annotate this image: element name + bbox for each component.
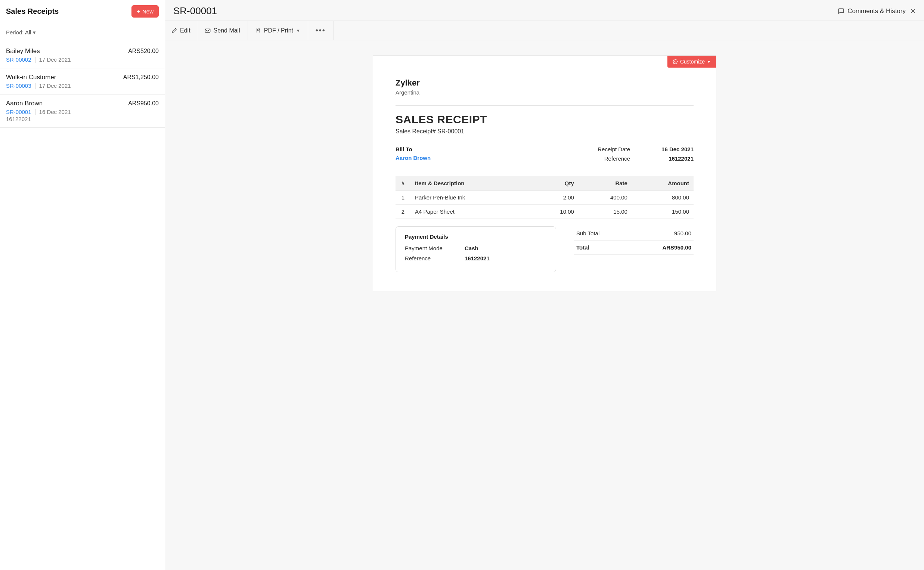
cell-qty: 10.00	[531, 205, 578, 219]
bill-to-block: Bill To Aaron Brown	[396, 146, 431, 165]
receipt-number-link[interactable]: SR-00001	[6, 109, 31, 115]
receipt-date: 17 Dec 2021	[39, 83, 71, 89]
send-mail-label: Send Mail	[214, 27, 240, 34]
separator	[35, 83, 35, 89]
document-scroll-area[interactable]: Customize ▼ Zylker Argentina SALES RECEI…	[165, 40, 924, 570]
more-actions-button[interactable]: •••	[308, 21, 333, 40]
edit-button[interactable]: Edit	[164, 20, 198, 41]
more-horizontal-icon: •••	[315, 26, 326, 35]
period-value: All	[25, 29, 31, 35]
customize-label: Customize	[680, 59, 705, 64]
separator	[35, 109, 35, 115]
comments-history-link[interactable]: Comments & History	[838, 8, 906, 15]
list-item[interactable]: Bailey Miles ARS520.00 SR-00002 17 Dec 2…	[0, 42, 165, 68]
receipts-list-panel: Sales Receipts + New Period: All ▾ Baile…	[0, 0, 165, 570]
receipt-reference: 16122021	[6, 116, 159, 122]
separator	[35, 57, 35, 63]
col-rate: Rate	[578, 176, 632, 190]
close-button[interactable]: ✕	[910, 7, 916, 15]
company-name: Zylker	[396, 78, 693, 88]
pdf-print-button[interactable]: PDF / Print ▼	[248, 21, 308, 40]
pencil-icon	[171, 28, 177, 33]
receipt-document: Customize ▼ Zylker Argentina SALES RECEI…	[373, 55, 716, 291]
document-heading: SALES RECEIPT	[396, 113, 693, 126]
line-items-table: # Item & Description Qty Rate Amount 1 P…	[396, 176, 693, 219]
customer-name: Aaron Brown	[6, 100, 43, 107]
detail-header: SR-00001 Comments & History ✕	[165, 0, 924, 20]
table-header-row: # Item & Description Qty Rate Amount	[396, 176, 693, 190]
receipt-number-link[interactable]: SR-00002	[6, 57, 31, 63]
amount: ARS1,250.00	[123, 74, 159, 81]
company-country: Argentina	[396, 89, 693, 96]
list-header: Sales Receipts + New	[0, 0, 165, 23]
customer-name: Bailey Miles	[6, 48, 40, 55]
subtotal-row: Sub Total 950.00	[574, 226, 693, 241]
app-root: Sales Receipts + New Period: All ▾ Baile…	[0, 0, 924, 570]
new-button[interactable]: + New	[132, 5, 159, 18]
receipt-date: 17 Dec 2021	[39, 57, 71, 63]
period-filter[interactable]: Period: All ▾	[0, 23, 165, 42]
cell-desc: A4 Paper Sheet	[410, 205, 531, 219]
payment-details-box: Payment Details Payment Mode Cash Refere…	[396, 226, 556, 272]
total-label: Total	[576, 244, 589, 251]
amount: ARS520.00	[128, 48, 159, 55]
receipt-date-label: Receipt Date	[598, 146, 630, 152]
col-amount: Amount	[632, 176, 693, 190]
pdf-print-label: PDF / Print	[264, 27, 293, 34]
receipt-number-link[interactable]: SR-00003	[6, 83, 31, 89]
col-desc: Item & Description	[410, 176, 531, 190]
payment-ref-value: 16122021	[465, 255, 490, 262]
cell-num: 2	[396, 205, 410, 219]
payment-mode-value: Cash	[465, 245, 479, 251]
receipts-list: Bailey Miles ARS520.00 SR-00002 17 Dec 2…	[0, 42, 165, 128]
detail-title: SR-00001	[173, 5, 217, 17]
send-mail-button[interactable]: Send Mail	[197, 21, 248, 40]
period-label: Period:	[6, 29, 24, 35]
payment-ref-label: Reference	[405, 255, 465, 262]
subtotal-label: Sub Total	[576, 230, 600, 236]
receipt-date: 16 Dec 2021	[39, 109, 71, 115]
payment-details-title: Payment Details	[405, 233, 547, 240]
divider	[396, 105, 693, 106]
receipt-meta: Receipt Date 16 Dec 2021 Reference 16122…	[598, 146, 693, 165]
chevron-down-icon: ▼	[296, 28, 300, 33]
customer-name: Walk-in Customer	[6, 74, 56, 81]
reference-label: Reference	[604, 155, 630, 162]
total-value: ARS950.00	[662, 244, 691, 251]
payment-mode-label: Payment Mode	[405, 245, 465, 251]
edit-button-label: Edit	[180, 27, 190, 34]
gear-icon	[673, 59, 678, 64]
comment-icon	[838, 8, 844, 15]
table-row: 2 A4 Paper Sheet 10.00 15.00 150.00	[396, 205, 693, 219]
chevron-down-icon: ▼	[707, 60, 711, 64]
cell-rate: 15.00	[578, 205, 632, 219]
pdf-icon	[255, 28, 261, 33]
col-num: #	[396, 176, 410, 190]
receipt-number: Sales Receipt# SR-00001	[396, 128, 693, 135]
document-body: Zylker Argentina SALES RECEIPT Sales Rec…	[373, 56, 716, 291]
cell-amount: 150.00	[632, 205, 693, 219]
svg-point-1	[675, 61, 676, 62]
reference-value: 16122021	[652, 155, 693, 162]
plus-icon: +	[137, 9, 140, 15]
cell-desc: Parker Pen-Blue Ink	[410, 190, 531, 205]
close-icon: ✕	[910, 7, 916, 15]
detail-toolbar: Edit Send Mail PDF / Print ▼ •••	[165, 20, 924, 40]
cell-qty: 2.00	[531, 190, 578, 205]
company-block: Zylker Argentina	[396, 78, 693, 96]
bill-to-customer-link[interactable]: Aaron Brown	[396, 155, 431, 161]
bill-to-row: Bill To Aaron Brown Receipt Date 16 Dec …	[396, 146, 693, 165]
customize-button[interactable]: Customize ▼	[667, 56, 716, 67]
mail-icon	[205, 28, 211, 33]
list-item[interactable]: Walk-in Customer ARS1,250.00 SR-00003 17…	[0, 68, 165, 95]
subtotal-value: 950.00	[674, 230, 691, 236]
totals-block: Sub Total 950.00 Total ARS950.00	[574, 226, 693, 255]
document-footer-row: Payment Details Payment Mode Cash Refere…	[396, 226, 693, 272]
new-button-label: New	[142, 8, 153, 15]
chevron-down-icon: ▾	[33, 29, 36, 36]
list-item[interactable]: Aaron Brown ARS950.00 SR-00001 16 Dec 20…	[0, 95, 165, 128]
detail-panel: SR-00001 Comments & History ✕ Edit	[165, 0, 924, 570]
comments-history-label: Comments & History	[848, 8, 906, 15]
svg-rect-0	[205, 29, 210, 32]
cell-rate: 400.00	[578, 190, 632, 205]
